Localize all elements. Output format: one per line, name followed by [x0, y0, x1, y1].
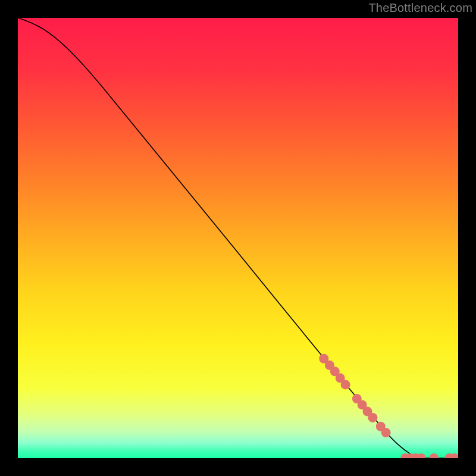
chart-svg — [18, 18, 458, 458]
highlight-marker — [381, 428, 391, 437]
plot-area — [18, 18, 458, 458]
attribution-text: TheBottleneck.com — [368, 1, 472, 15]
gradient-background — [18, 18, 458, 458]
highlight-marker — [341, 380, 350, 389]
highlight-marker — [368, 413, 377, 422]
chart-frame: TheBottleneck.com — [0, 0, 476, 476]
